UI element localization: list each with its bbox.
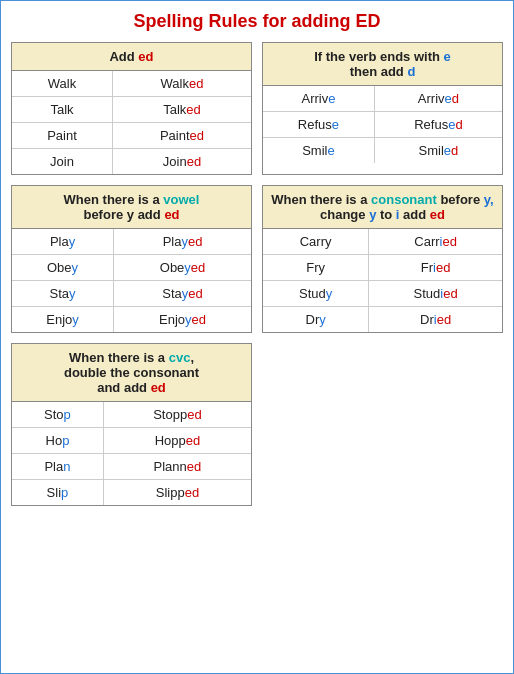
table-row: Play Played [12,229,251,255]
table-row: Stay Stayed [12,281,251,307]
table-row: Hop Hopped [12,428,251,454]
box2-header: If the verb ends with ethen add d [263,43,502,86]
box1-header: Add ed [12,43,251,71]
table-row: Dry Dried [263,307,502,333]
table-row: Refuse Refused [263,112,502,138]
table-row: Join Joined [12,149,251,175]
table-row: Arrive Arrived [263,86,502,112]
box4-header: When there is a consonant before y, chan… [263,186,502,229]
table-row: Enjoy Enjoyed [12,307,251,333]
box5-header: When there is a cvc,double the consonant… [12,344,251,402]
page-title: Spelling Rules for adding ED [11,11,503,32]
table-row: Stop Stopped [12,402,251,428]
table-row: Obey Obeyed [12,255,251,281]
table-row: Walk Walked [12,71,251,97]
box-vowel-before-y: When there is a vowelbefore y add ed Pla… [11,185,252,333]
box1-header-text: Add [109,49,138,64]
table-row: Slip Slipped [12,480,251,506]
table-row: Smile Smiled [263,138,502,164]
box-cvc: When there is a cvc,double the consonant… [11,343,252,506]
box-add-ed: Add ed Walk Walked Talk Talked Paint Pai… [11,42,252,175]
box3-header: When there is a vowelbefore y add ed [12,186,251,229]
box-ends-with-e: If the verb ends with ethen add d Arrive… [262,42,503,175]
box-consonant-before-y: When there is a consonant before y, chan… [262,185,503,333]
table-row: Carry Carried [263,229,502,255]
table-row: Paint Painted [12,123,251,149]
table-row: Fry Fried [263,255,502,281]
table-row: Study Studied [263,281,502,307]
table-row: Plan Planned [12,454,251,480]
table-row: Talk Talked [12,97,251,123]
